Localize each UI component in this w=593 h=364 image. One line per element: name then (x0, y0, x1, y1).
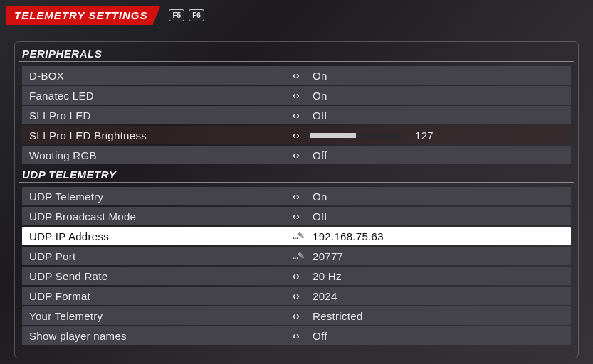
header-underline (0, 26, 593, 26)
row-label: SLI Pro LED Brightness (29, 129, 293, 141)
row-label: UDP IP Address (29, 230, 293, 242)
row-label: SLI Pro LED (29, 109, 293, 122)
row-sli-pro-brightness[interactable]: SLI Pro LED Brightness ‹› 127 (22, 126, 571, 144)
row-value: On (310, 90, 564, 102)
row-dbox[interactable]: D-BOX ‹› On (22, 66, 571, 85)
row-label: Your Telemetry (29, 310, 293, 322)
section-title-peripherals: PERIPHERALS (19, 48, 574, 62)
row-value: Off (310, 210, 564, 223)
row-label: UDP Send Rate (29, 270, 293, 282)
row-udp-broadcast[interactable]: UDP Broadcast Mode ‹› Off (22, 207, 571, 225)
arrows-icon[interactable]: ‹› (293, 270, 310, 282)
slider-wrap: 127 (310, 129, 564, 141)
arrows-icon[interactable]: ‹› (293, 330, 310, 341)
row-value: 127 (412, 129, 434, 141)
row-udp-send-rate[interactable]: UDP Send Rate ‹› 20 Hz (22, 267, 571, 285)
arrows-icon[interactable]: ‹› (293, 109, 310, 121)
arrows-icon[interactable]: ‹› (293, 149, 310, 161)
arrows-icon[interactable]: ‹› (293, 310, 310, 321)
row-label: UDP Telemetry (29, 191, 293, 203)
row-value: On (310, 70, 564, 82)
arrows-icon[interactable]: ‹› (293, 90, 310, 101)
row-value: 2024 (310, 290, 564, 302)
row-label: D-BOX (29, 70, 293, 82)
key-f6[interactable]: F6 (189, 9, 204, 21)
page-title: TELEMETRY SETTINGS (6, 6, 160, 25)
arrows-icon[interactable]: ‹› (293, 70, 310, 81)
section-title-udp: UDP TELEMETRY (19, 168, 574, 183)
row-value: Off (310, 109, 564, 122)
row-label: UDP Format (29, 290, 293, 302)
row-value: Off (310, 330, 564, 342)
row-label: UDP Port (29, 250, 293, 262)
edit-icon[interactable]: ...✎ (293, 231, 310, 241)
arrows-icon[interactable]: ‹› (293, 210, 310, 222)
row-udp-telemetry[interactable]: UDP Telemetry ‹› On (22, 187, 571, 205)
settings-panel: PERIPHERALS D-BOX ‹› On Fanatec LED ‹› O… (14, 41, 579, 358)
row-udp-format[interactable]: UDP Format ‹› 2024 (22, 287, 571, 305)
arrows-icon[interactable]: ‹› (293, 129, 310, 141)
row-value: Restricted (310, 310, 564, 322)
row-value: 20777 (310, 250, 564, 262)
brightness-slider[interactable] (310, 133, 402, 138)
row-show-player-names[interactable]: Show player names ‹› Off (22, 326, 571, 345)
row-udp-port[interactable]: UDP Port ...✎ 20777 (22, 247, 571, 265)
row-label: UDP Broadcast Mode (29, 210, 293, 223)
row-your-telemetry[interactable]: Your Telemetry ‹› Restricted (22, 306, 571, 325)
arrows-icon[interactable]: ‹› (293, 290, 310, 301)
arrows-icon[interactable]: ‹› (293, 191, 310, 202)
slider-fill (310, 133, 356, 138)
row-label: Fanatec LED (29, 90, 293, 102)
row-sli-pro-led[interactable]: SLI Pro LED ‹› Off (22, 106, 571, 124)
header-bar: TELEMETRY SETTINGS F5 F6 (6, 6, 204, 25)
row-value: 20 Hz (310, 270, 564, 282)
row-wooting-rgb[interactable]: Wooting RGB ‹› Off (22, 146, 571, 164)
edit-icon[interactable]: ...✎ (293, 251, 310, 261)
row-udp-ip[interactable]: UDP IP Address ...✎ 192.168.75.63 (22, 227, 571, 245)
header-keys: F5 F6 (169, 9, 204, 21)
row-value: Off (310, 149, 564, 161)
row-value: 192.168.75.63 (310, 230, 564, 242)
row-value: On (310, 191, 564, 203)
row-label: Wooting RGB (29, 149, 293, 161)
row-fanatec-led[interactable]: Fanatec LED ‹› On (22, 86, 571, 105)
row-label: Show player names (29, 330, 293, 342)
key-f5[interactable]: F5 (169, 9, 184, 21)
